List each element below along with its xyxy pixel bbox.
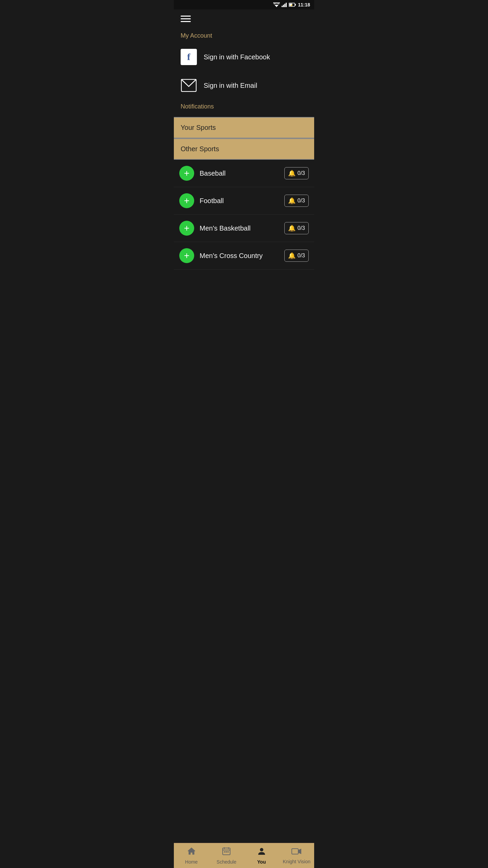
svg-marker-0 — [274, 5, 279, 7]
main-content: My Account f Sign in with Facebook Sign … — [174, 25, 314, 317]
mens-basketball-notification-badge[interactable]: 🔔 0/3 — [284, 222, 309, 234]
facebook-f-icon: f — [187, 52, 190, 62]
mens-cross-country-bell-icon: 🔔 — [288, 252, 296, 259]
svg-rect-2 — [283, 5, 284, 7]
sports-list: + Baseball 🔔 0/3 + Football 🔔 0/3 + M — [174, 160, 314, 270]
svg-text:⚡: ⚡ — [290, 4, 293, 7]
baseball-badge-count: 0/3 — [298, 170, 305, 176]
signal-icon — [282, 2, 287, 7]
mens-cross-country-label: Men's Cross Country — [200, 252, 279, 260]
add-mens-basketball-button[interactable]: + — [179, 221, 194, 236]
header — [174, 9, 314, 25]
baseball-bell-icon: 🔔 — [288, 170, 296, 177]
football-notification-badge[interactable]: 🔔 0/3 — [284, 195, 309, 207]
email-icon-wrapper — [181, 77, 197, 94]
svg-rect-4 — [286, 3, 287, 7]
mens-cross-country-notification-badge[interactable]: 🔔 0/3 — [284, 250, 309, 262]
svg-rect-6 — [295, 4, 296, 6]
mens-basketball-bell-icon: 🔔 — [288, 224, 296, 232]
baseball-notification-badge[interactable]: 🔔 0/3 — [284, 167, 309, 179]
add-baseball-plus-icon: + — [184, 169, 189, 178]
facebook-signin-label: Sign in with Facebook — [204, 53, 270, 61]
other-sports-banner: Other Sports — [174, 138, 314, 160]
hamburger-line-2 — [181, 18, 191, 19]
your-sports-banner: Your Sports — [174, 117, 314, 138]
mens-cross-country-badge-count: 0/3 — [298, 253, 305, 259]
add-baseball-button[interactable]: + — [179, 166, 194, 181]
email-icon — [181, 79, 197, 92]
battery-icon: ⚡ — [289, 2, 296, 7]
facebook-signin-item[interactable]: f Sign in with Facebook — [174, 43, 314, 71]
email-signin-item[interactable]: Sign in with Email — [174, 71, 314, 100]
status-time: 11:18 — [298, 2, 310, 7]
notifications-title: Notifications — [174, 100, 314, 117]
mens-basketball-label: Men's Basketball — [200, 224, 279, 232]
add-football-button[interactable]: + — [179, 193, 194, 208]
email-signin-label: Sign in with Email — [204, 82, 257, 90]
baseball-label: Baseball — [200, 170, 279, 177]
facebook-icon-box: f — [181, 49, 197, 65]
my-account-title: My Account — [174, 25, 314, 43]
sport-item-football: + Football 🔔 0/3 — [174, 187, 314, 215]
add-football-plus-icon: + — [184, 196, 189, 205]
sport-item-mens-cross-country: + Men's Cross Country 🔔 0/3 — [174, 242, 314, 270]
svg-rect-3 — [284, 4, 285, 7]
mens-basketball-badge-count: 0/3 — [298, 225, 305, 231]
sport-item-baseball: + Baseball 🔔 0/3 — [174, 160, 314, 187]
status-bar: ⚡ 11:18 — [174, 0, 314, 9]
facebook-icon-wrapper: f — [181, 49, 197, 65]
hamburger-menu[interactable] — [181, 16, 191, 22]
football-badge-count: 0/3 — [298, 198, 305, 204]
svg-rect-1 — [282, 6, 283, 7]
status-icons: ⚡ 11:18 — [273, 2, 310, 7]
football-label: Football — [200, 197, 279, 205]
add-mens-cross-country-plus-icon: + — [184, 251, 189, 260]
football-bell-icon: 🔔 — [288, 197, 296, 204]
hamburger-line-1 — [181, 16, 191, 17]
wifi-icon — [273, 2, 280, 7]
add-mens-basketball-plus-icon: + — [184, 223, 189, 233]
sport-item-mens-basketball: + Men's Basketball 🔔 0/3 — [174, 215, 314, 242]
add-mens-cross-country-button[interactable]: + — [179, 248, 194, 263]
hamburger-line-3 — [181, 21, 191, 22]
